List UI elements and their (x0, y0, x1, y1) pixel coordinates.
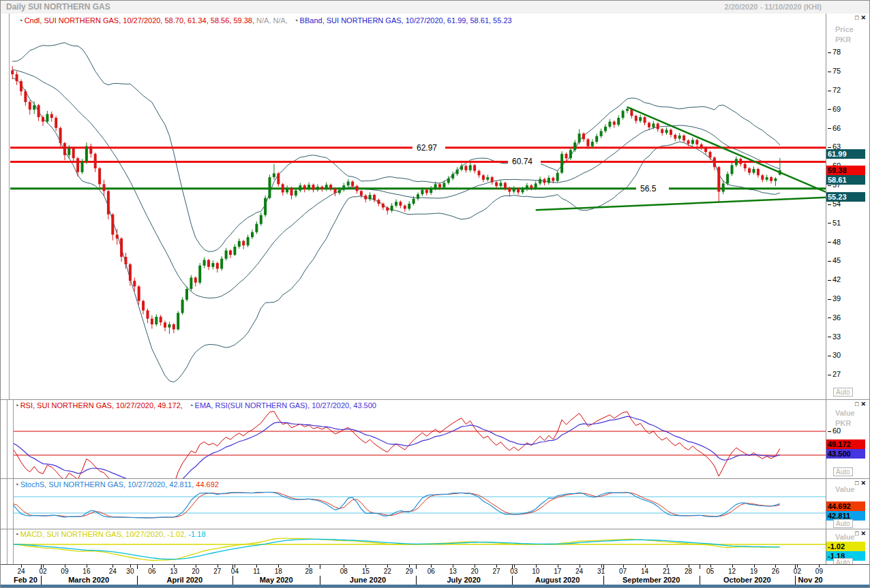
candle-body (412, 199, 415, 204)
candle-body (766, 177, 768, 180)
macd-signal-line (12, 539, 780, 559)
axis-tick-label: 51 (828, 219, 841, 227)
indicator-collapse-icon[interactable]: ◔ (294, 16, 299, 25)
line-value-label: 56.5 (640, 184, 657, 194)
candle-body (652, 123, 655, 127)
candle-body (608, 122, 611, 127)
candle-body (255, 224, 258, 232)
candle-body (713, 157, 716, 167)
candle-body (722, 183, 725, 191)
day-tick-label: 14 (638, 568, 652, 575)
indicator-collapse-icon[interactable]: ◔ (189, 401, 194, 409)
candle-body (151, 319, 153, 324)
pane-left-border (9, 14, 10, 399)
legend-text: RSI, SUI NORTHERN GAS, 10/27/2020, 49.17… (20, 401, 185, 409)
auto-scale-button[interactable]: Auto (833, 388, 853, 397)
candle-body (329, 185, 332, 189)
titlebar[interactable]: Daily SUI NORTHERN GAS 2/20/2020 - 11/10… (1, 1, 869, 14)
candle-body (216, 263, 219, 268)
axis-tick-label: 42 (828, 275, 841, 283)
candle-body (704, 148, 707, 153)
axis-tick-label: 33 (828, 332, 841, 341)
candle-body (622, 111, 625, 118)
legend-text: MACD, SUI NORTHERN GAS, 10/27/2020, -1.0… (20, 530, 189, 538)
indicator-collapse-icon[interactable]: ◔ (14, 480, 19, 489)
candle-body (670, 130, 672, 135)
close-icon[interactable]: ✕ (860, 401, 868, 407)
candle-body (198, 266, 201, 283)
month-label: March 2020 (41, 576, 137, 584)
indicator-collapse-icon[interactable]: ◔ (14, 401, 19, 409)
month-tick-mark (41, 565, 42, 569)
stochastic-legend: ◔StochS, SUI NORTHERN GAS, 10/27/2020, 4… (10, 480, 219, 489)
axis-caption: Value (835, 532, 855, 542)
candle-body (753, 169, 755, 173)
auto-scale-button[interactable]: Auto (833, 467, 853, 476)
trendline[interactable] (536, 198, 826, 211)
candle-body (16, 74, 18, 81)
candle-body (242, 241, 245, 246)
day-tick-label: 28 (682, 568, 695, 575)
candle-body (194, 277, 197, 282)
close-icon[interactable]: ✕ (860, 14, 868, 21)
candle-body (308, 185, 310, 189)
candle-body (451, 174, 454, 179)
candle-body (560, 154, 563, 173)
candle-body (360, 191, 363, 196)
candle-body (735, 159, 738, 165)
candle-body (20, 81, 22, 91)
candle-body (695, 140, 698, 144)
candle-body (316, 187, 319, 190)
day-tick-label: 07 (616, 568, 630, 575)
legend-text: -1.18 (188, 530, 205, 538)
candle-body (395, 202, 397, 206)
day-tick-label: 24 (106, 568, 119, 575)
month-label: June 2020 (320, 576, 416, 584)
day-tick-label: 10 (529, 568, 543, 575)
candle-body (356, 186, 359, 191)
legend-text: StochS, SUI NORTHERN GAS, 10/27/2020, 42… (20, 480, 196, 489)
price-plot[interactable]: 62.9760.7456.5 (1, 14, 826, 399)
candle-body (107, 191, 110, 214)
rsi-ema-line (12, 416, 780, 479)
axis-tick-label: 78 (828, 48, 841, 56)
candle-body (290, 188, 293, 196)
close-icon[interactable]: ✕ (860, 480, 868, 486)
day-tick-label: 24 (573, 568, 586, 575)
candle-body (120, 238, 123, 257)
candle-body (238, 241, 241, 247)
candle-body (617, 118, 620, 125)
value-box: 61.99 (826, 149, 865, 159)
candle-body (657, 123, 659, 129)
candle-body (282, 184, 284, 192)
month-label: Nov 20 (795, 576, 826, 584)
candle-body (626, 109, 629, 111)
value-box: -1.02 (826, 542, 865, 551)
indicator-collapse-icon[interactable]: ◔ (18, 16, 23, 25)
candle-body (731, 165, 734, 174)
candle-body (691, 140, 694, 144)
candle-body (573, 142, 576, 150)
axis-caption: ValuePKR (835, 408, 855, 429)
candle-body (678, 136, 681, 139)
candle-body (569, 150, 572, 158)
candle-body (522, 189, 524, 193)
axis-tick-label: 60 (828, 427, 841, 435)
indicator-collapse-icon[interactable]: ◔ (14, 530, 19, 538)
day-tick-label: 20 (468, 568, 481, 575)
legend-text: BBand, SUI NORTHERN GAS, 10/27/2020, 61.… (300, 16, 512, 25)
close-icon[interactable]: ✕ (860, 530, 868, 537)
candle-body (739, 159, 742, 164)
stoch-d-line (12, 493, 780, 519)
auto-scale-button[interactable]: Auto (833, 519, 853, 528)
price-axis-column: □✕PricePKR787572696663605754514845423936… (826, 14, 870, 399)
month-label: October 2020 (700, 576, 796, 584)
candle-body (682, 136, 685, 140)
axis-tick-label: 30 (828, 351, 841, 359)
candle-body (373, 195, 376, 200)
day-tick-label: 11 (250, 568, 263, 575)
candle-body (517, 189, 520, 193)
value-box: 43.500 (826, 449, 865, 459)
rsi-plot[interactable] (1, 400, 826, 479)
pane-splitter-handle[interactable] (7, 400, 14, 479)
